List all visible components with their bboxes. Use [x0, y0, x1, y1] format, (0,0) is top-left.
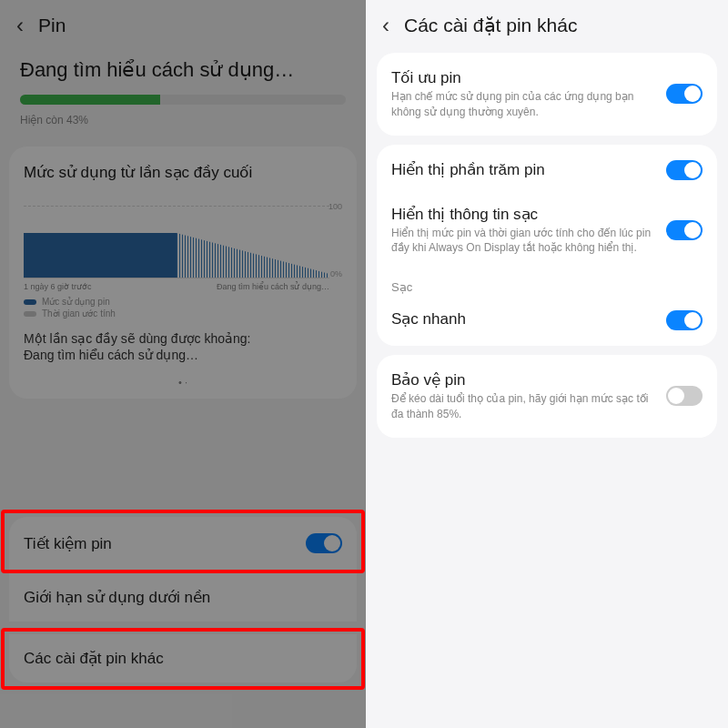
legend-est-label: Thời gian ước tính [42, 308, 116, 318]
header: ‹ Pin [0, 0, 366, 44]
legend-est: Thời gian ước tính [24, 308, 342, 318]
settings-card-1: Tối ưu pin Hạn chế mức sử dụng pin của c… [377, 53, 717, 136]
protect-label: Bảo vệ pin [391, 370, 655, 389]
optimize-toggle[interactable] [666, 84, 703, 104]
remaining-text: Hiện còn 43% [20, 114, 346, 126]
back-icon[interactable]: ‹ [382, 15, 389, 36]
x-right: Đang tìm hiểu cách sử dụng… [217, 282, 329, 291]
estimate-line-1: Một lần sạc đầy sẽ dùng được khoảng: [24, 331, 342, 346]
header: ‹ Các cài đặt pin khác [366, 0, 728, 44]
bar-estimate [177, 233, 329, 278]
swatch-gray [24, 311, 36, 317]
legend-usage-label: Mức sử dụng pin [42, 297, 110, 307]
charge-info-desc: Hiển thị mức pin và thời gian ước tính c… [391, 226, 655, 257]
charge-info-text: Hiển thị thông tin sạc Hiển thị mức pin … [391, 205, 666, 257]
page-title: Các cài đặt pin khác [404, 15, 577, 36]
optimize-text: Tối ưu pin Hạn chế mức sử dụng pin của c… [391, 68, 666, 120]
protect-row[interactable]: Bảo vệ pin Để kéo dài tuổi thọ của pin, … [377, 359, 717, 434]
y-axis-100: 100 [329, 202, 342, 211]
charging-section-label: Sạc [377, 268, 717, 298]
y-axis-0: 0% [330, 269, 342, 278]
power-saving-item[interactable]: Tiết kiệm pin [9, 517, 357, 570]
fast-charge-label: Sạc nhanh [391, 309, 655, 329]
learning-title: Đang tìm hiểu cách sử dụng… [20, 58, 346, 82]
percent-label: Hiển thị phần trăm pin [391, 160, 655, 179]
protect-text: Bảo vệ pin Để kéo dài tuổi thọ của pin, … [391, 370, 666, 422]
chart-legend: Mức sử dụng pin Thời gian ước tính [24, 297, 342, 318]
other-battery-settings-screen: ‹ Các cài đặt pin khác Tối ưu pin Hạn ch… [366, 0, 728, 728]
charge-info-row[interactable]: Hiển thị thông tin sạc Hiển thị mức pin … [377, 193, 717, 268]
optimize-row[interactable]: Tối ưu pin Hạn chế mức sử dụng pin của c… [377, 56, 717, 132]
fast-charge-row[interactable]: Sạc nhanh [377, 298, 717, 342]
chart-baseline [24, 278, 329, 278]
back-icon[interactable]: ‹ [16, 15, 24, 36]
background-limit-item[interactable]: Giới hạn sử dụng dưới nền [9, 573, 357, 622]
background-limit-label: Giới hạn sử dụng dưới nền [24, 589, 210, 606]
protect-toggle[interactable] [666, 386, 703, 406]
percent-text: Hiển thị phần trăm pin [391, 160, 666, 181]
optimize-desc: Hạn chế mức sử dụng pin của các ứng dụng… [391, 89, 655, 120]
optimize-label: Tối ưu pin [391, 68, 655, 87]
page-dots: • · [24, 373, 342, 388]
charge-info-toggle[interactable] [666, 220, 703, 240]
chart-topline [24, 206, 329, 207]
power-saving-label: Tiết kiệm pin [24, 534, 112, 553]
usage-card[interactable]: Mức sử dụng từ lần sạc đầy cuối 100 0% 1… [9, 147, 357, 399]
page-title: Pin [38, 15, 66, 36]
fast-charge-toggle[interactable] [666, 310, 703, 330]
battery-progress [20, 95, 346, 105]
settings-card-2: Hiển thị phần trăm pin Hiển thị thông ti… [377, 145, 717, 347]
learning-block: Đang tìm hiểu cách sử dụng… Hiện còn 43% [0, 44, 366, 136]
estimate-line-2: Đang tìm hiểu cách sử dụng… [24, 348, 342, 362]
usage-title: Mức sử dụng từ lần sạc đầy cuối [24, 163, 342, 182]
percent-toggle[interactable] [666, 160, 703, 180]
battery-screen-left: ‹ Pin Đang tìm hiểu cách sử dụng… Hiện c… [0, 0, 366, 728]
x-left: 1 ngày 6 giờ trước [24, 282, 92, 291]
power-saving-toggle[interactable] [306, 533, 342, 553]
protect-desc: Để kéo dài tuổi thọ của pin, hãy giới hạ… [391, 391, 655, 422]
swatch-blue [24, 299, 36, 305]
charge-info-label: Hiển thị thông tin sạc [391, 205, 655, 224]
legend-usage: Mức sử dụng pin [24, 297, 342, 307]
usage-chart: 100 0% 1 ngày 6 giờ trước Đang tìm hiểu … [24, 202, 342, 291]
other-settings-label: Các cài đặt pin khác [24, 650, 164, 667]
progress-fill [20, 95, 160, 105]
settings-card-3: Bảo vệ pin Để kéo dài tuổi thọ của pin, … [377, 355, 717, 438]
fast-charge-text: Sạc nhanh [391, 309, 666, 330]
chart-bars [24, 233, 329, 278]
percent-row[interactable]: Hiển thị phần trăm pin [377, 148, 717, 193]
bar-used [24, 233, 177, 278]
other-settings-item[interactable]: Các cài đặt pin khác [9, 634, 357, 682]
